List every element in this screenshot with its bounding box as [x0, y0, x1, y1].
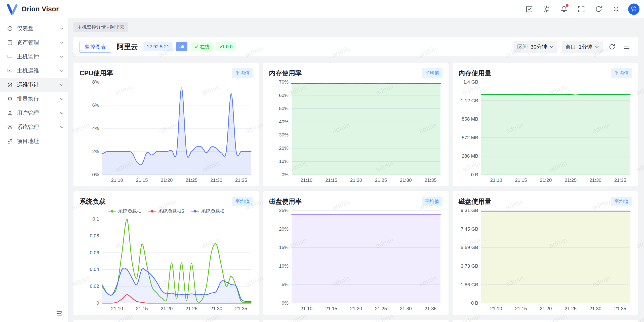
brand[interactable]: Orion Visor — [7, 3, 59, 15]
average-badge[interactable]: 平均值 — [422, 68, 442, 78]
chart-card-partial — [263, 320, 448, 322]
chart-plot[interactable]: 0%5%10%15%20%25%21:1021:1521:2021:2521:3… — [269, 207, 442, 312]
notification-badge — [566, 4, 569, 7]
gear-icon[interactable] — [611, 4, 621, 14]
sidebar-item-batch[interactable]: 批量执行 — [0, 92, 68, 106]
fullscreen-icon[interactable] — [576, 4, 587, 14]
chart-head: 内存使用量 平均值 — [459, 67, 632, 79]
svg-text:21:10: 21:10 — [301, 306, 313, 311]
host-tag: 12.92.5.21 — [143, 42, 173, 51]
svg-text:21:20: 21:20 — [540, 306, 552, 311]
user-avatar[interactable]: 管 — [628, 4, 639, 15]
chart-card-partial — [73, 320, 259, 322]
svg-text:6%: 6% — [92, 102, 99, 108]
system-icon — [7, 124, 13, 130]
chart-plot[interactable]: 0 B286 MB572 MB858 MB1.12 GB1.4 GB21:102… — [459, 79, 632, 184]
svg-text:0 B: 0 B — [471, 172, 478, 177]
check-icon — [194, 45, 198, 49]
chart-layout-menu-icon[interactable] — [621, 42, 632, 52]
chevron-down-icon — [550, 45, 554, 48]
chevron-down-icon — [60, 55, 64, 58]
host-ops-icon — [7, 68, 13, 74]
audit-icon — [7, 82, 13, 88]
svg-text:2%: 2% — [92, 149, 99, 154]
window-value: 1分钟 — [579, 43, 592, 50]
monitor-chart-button[interactable]: 监控图表 — [79, 41, 111, 53]
chart-plot[interactable]: 0%10%20%30%40%50%60%70%21:1021:1521:2021… — [269, 79, 442, 184]
dashboard-icon — [7, 26, 13, 31]
todo-check-icon[interactable] — [524, 4, 535, 14]
svg-text:0.02: 0.02 — [90, 283, 99, 289]
main-content: 主机监控详情 - 阿里云 监控图表 阿里云 12.92.5.21ali在线v1.… — [68, 18, 644, 322]
svg-text:8%: 8% — [92, 79, 99, 85]
chart-title: 内存使用率 — [269, 69, 302, 78]
breadcrumb[interactable]: 主机监控详情 - 阿里云 — [73, 22, 128, 32]
chart-plot[interactable]: 00.020.040.060.080.121:1021:1521:2021:25… — [79, 216, 253, 312]
svg-text:9.31 GB: 9.31 GB — [461, 208, 478, 213]
refresh-icon[interactable] — [593, 4, 604, 14]
svg-text:60%: 60% — [279, 93, 289, 98]
app-root: Orion Visor — [0, 0, 644, 322]
sidebar-item-audit[interactable]: 运维审计 — [0, 78, 68, 92]
svg-text:10%: 10% — [279, 159, 289, 164]
chevron-down-icon — [60, 126, 64, 129]
chevron-down-icon — [60, 41, 64, 44]
legend-item[interactable]: 系统负载-15 — [148, 208, 184, 214]
svg-text:21:35: 21:35 — [425, 177, 437, 183]
average-badge[interactable]: 平均值 — [232, 68, 253, 78]
svg-text:1.4 GB: 1.4 GB — [463, 79, 478, 85]
svg-text:21:30: 21:30 — [210, 177, 222, 183]
svg-text:21:15: 21:15 — [325, 177, 337, 183]
sidebar-item-host-monitor[interactable]: 主机监控 — [0, 50, 68, 64]
host-name: 阿里云 — [117, 42, 138, 52]
sidebar-item-assets[interactable]: 资产管理 — [0, 35, 68, 50]
window-select[interactable]: 窗口 1分钟 — [561, 41, 603, 53]
chart-title: 磁盘使用率 — [269, 197, 302, 206]
chevron-down-icon — [60, 98, 64, 100]
svg-text:21:20: 21:20 — [350, 177, 362, 183]
svg-text:7.45 GB: 7.45 GB — [461, 226, 478, 232]
range-select[interactable]: 区间 30分钟 — [513, 41, 557, 53]
chart-plot[interactable]: 0 B1.86 GB3.73 GB5.59 GB7.45 GB9.31 GB21… — [459, 207, 632, 312]
sidebar-item-label: 用户管理 — [17, 109, 39, 117]
average-badge[interactable]: 平均值 — [611, 68, 632, 78]
svg-text:21:10: 21:10 — [111, 177, 123, 183]
bell-icon[interactable] — [559, 4, 569, 14]
svg-text:21:15: 21:15 — [136, 177, 148, 183]
average-badge[interactable]: 平均值 — [422, 197, 442, 206]
average-badge[interactable]: 平均值 — [611, 197, 632, 206]
svg-text:0%: 0% — [282, 300, 289, 306]
average-badge[interactable]: 平均值 — [232, 197, 253, 206]
chart-head: 磁盘使用量 平均值 — [459, 196, 632, 207]
sidebar-item-system[interactable]: 系统管理 — [0, 120, 68, 134]
chart-head: 系统负载 平均值 — [79, 196, 253, 207]
chart-title: 内存使用量 — [459, 69, 491, 78]
sidebar-collapse-icon[interactable] — [54, 308, 64, 318]
sidebar-item-dashboard[interactable]: 仪表盘 — [0, 21, 68, 35]
svg-text:21:10: 21:10 — [490, 306, 502, 311]
chart-card-partial — [453, 320, 638, 322]
sidebar-item-link[interactable]: 项目地址 — [0, 134, 68, 148]
sidebar-item-label: 主机运维 — [17, 67, 39, 75]
svg-text:21:15: 21:15 — [515, 306, 527, 311]
chart-legend: 系统负载-1系统负载-15系统负载-5 — [79, 207, 253, 216]
batch-icon — [7, 96, 13, 102]
svg-text:15%: 15% — [279, 245, 289, 250]
refresh-charts-icon[interactable] — [607, 42, 617, 52]
chart-head: 磁盘使用率 平均值 — [269, 196, 442, 207]
chart-plot[interactable]: 0%2%4%6%8%21:1021:1521:2021:2521:3021:35 — [79, 79, 253, 184]
svg-text:21:25: 21:25 — [375, 177, 387, 183]
sidebar-item-label: 系统管理 — [17, 123, 39, 131]
header-controls: 区间 30分钟 窗口 1分钟 — [513, 41, 632, 53]
legend-item[interactable]: 系统负载-5 — [191, 208, 224, 214]
chart-title: 系统负载 — [79, 197, 106, 206]
legend-item[interactable]: 系统负载-1 — [108, 208, 141, 214]
svg-text:20%: 20% — [279, 146, 289, 151]
topbar: Orion Visor — [0, 0, 644, 18]
users-icon — [7, 110, 13, 116]
sidebar-item-host-ops[interactable]: 主机运维 — [0, 64, 68, 78]
brightness-icon[interactable] — [541, 4, 552, 14]
svg-text:21:15: 21:15 — [325, 306, 337, 311]
sidebar-item-users[interactable]: 用户管理 — [0, 106, 68, 120]
host-monitor-icon — [7, 54, 13, 60]
